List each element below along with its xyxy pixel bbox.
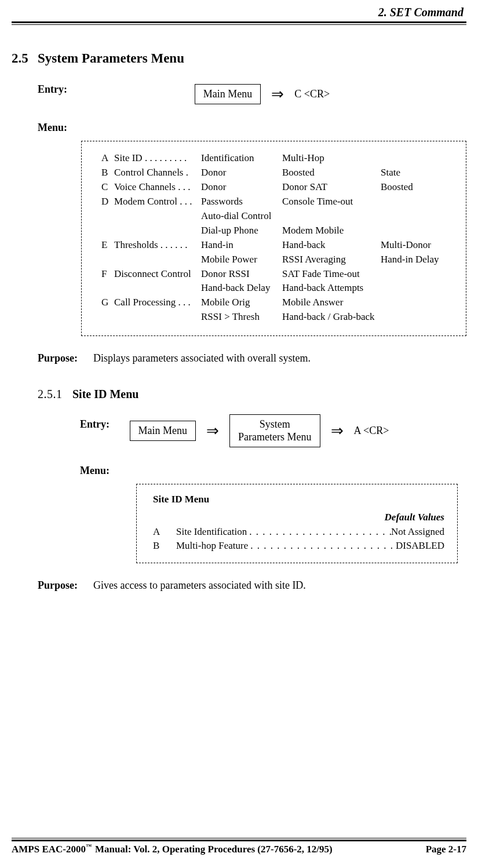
menu-cell: Console Time-out — [282, 195, 381, 209]
menu-cell: A — [101, 152, 114, 165]
menu-cell: Donor SAT — [282, 181, 381, 194]
menu-cell — [101, 311, 114, 324]
purpose-label: Purpose: — [38, 352, 93, 364]
menu-cell: F — [101, 268, 114, 281]
entry-command: A <CR> — [354, 425, 389, 437]
menu-cell — [114, 282, 201, 295]
site-id-menu-title: Site ID Menu — [153, 493, 444, 507]
arrow-icon: ⇒ — [206, 422, 219, 440]
purpose-row: Purpose: Displays parameters associated … — [12, 352, 466, 364]
site-id-menu-row: ASite Identification . . . . . . . . . .… — [153, 525, 444, 539]
menu-item-value: DISABLED — [396, 539, 444, 553]
menu-box: ASite ID . . . . . . . . .Identification… — [81, 141, 466, 336]
menu-cell: Mobile Orig — [201, 296, 282, 309]
menu-label: Menu: — [38, 122, 466, 134]
menu-cell: Donor — [201, 166, 282, 180]
entry-box2-line2: Parameters Menu — [238, 431, 311, 443]
page-footer: AMPS EAC-2000™ Manual: Vol. 2, Operating… — [12, 838, 466, 855]
site-id-menu-row: BMulti-hop Feature . . . . . . . . . . .… — [153, 539, 444, 553]
menu-cell — [101, 224, 114, 238]
menu-cell: Call Processing . . . — [114, 296, 201, 309]
menu-cell: Hand-in Delay — [381, 253, 450, 267]
menu-cell: Boosted — [282, 166, 381, 180]
menu-cell: G — [101, 296, 114, 309]
menu-cell — [114, 253, 201, 267]
trademark-symbol: ™ — [86, 843, 92, 849]
menu-cell: Hand-back Attempts — [282, 282, 381, 295]
section-2-5: 2.5 System Parameters Menu Entry: Main M… — [12, 51, 466, 364]
menu-item-value: Not Assigned — [391, 525, 444, 539]
menu-cell — [381, 224, 450, 238]
menu-cell: Control Channels . — [114, 166, 201, 180]
menu-cell: Modem Mobile — [282, 224, 381, 238]
menu-item-name: Multi-hop Feature — [176, 539, 248, 553]
footer-manual: Manual: Vol. 2, Operating Procedures (27… — [92, 844, 426, 855]
menu-cell: Disconnect Control — [114, 268, 201, 281]
menu-key: A — [153, 525, 176, 539]
menu-cell: Donor RSSI — [201, 268, 282, 281]
purpose-label: Purpose: — [38, 579, 93, 592]
entry-box2-line1: System — [260, 418, 290, 430]
menu-cell: E — [101, 239, 114, 252]
menu-cell: Hand-back — [282, 239, 381, 252]
menu-cell — [101, 210, 114, 223]
menu-cell — [381, 195, 450, 209]
menu-cell — [101, 282, 114, 295]
menu-item-name: Site Identification — [176, 525, 247, 539]
menu-cell — [381, 282, 450, 295]
menu-cell — [381, 210, 450, 223]
entry-box-system-parameters: System Parameters Menu — [229, 414, 320, 447]
menu-cell: RSSI Averaging — [282, 253, 381, 267]
page-header: 2. SET Command — [12, 0, 466, 19]
entry-box-main-menu: Main Menu — [195, 84, 261, 104]
header-rule — [12, 21, 466, 25]
entry-flow: Main Menu ⇒ C <CR> — [58, 84, 466, 104]
section-title: System Parameters Menu — [38, 51, 184, 66]
menu-cell: Dial-up Phone — [201, 224, 282, 238]
menu-cell: Mobile Power — [201, 253, 282, 267]
menu-cell: Hand-back Delay — [201, 282, 282, 295]
footer-product: AMPS EAC-2000™ — [12, 844, 92, 855]
menu-cell: RSSI > Thresh — [201, 311, 282, 324]
menu-cell — [114, 224, 201, 238]
purpose-text: Displays parameters associated with over… — [93, 352, 466, 364]
dot-leader: . . . . . . . . . . . . . . . . . . . . … — [247, 525, 391, 539]
menu-cell: Modem Control . . . — [114, 195, 201, 209]
menu-cell: Donor — [201, 181, 282, 194]
menu-cell — [114, 311, 201, 324]
menu-cell: Identification — [201, 152, 282, 165]
footer-rule — [12, 838, 466, 841]
menu-cell — [101, 253, 114, 267]
menu-cell: Boosted — [381, 181, 450, 194]
default-values-heading: Default Values — [153, 510, 444, 525]
menu-cell: Passwords — [201, 195, 282, 209]
menu-cell — [114, 210, 201, 223]
menu-cell: Hand-in — [201, 239, 282, 252]
menu-key: B — [153, 539, 176, 553]
entry-box-main-menu: Main Menu — [130, 421, 196, 441]
menu-cell: Multi-Donor — [381, 239, 450, 252]
menu-cell: Hand-back / Grab-back — [282, 311, 381, 324]
footer-page: Page 2-17 — [426, 844, 466, 855]
menu-cell: D — [101, 195, 114, 209]
purpose-text: Gives access to parameters associated wi… — [93, 579, 466, 592]
site-id-menu-box: Site ID Menu Default Values ASite Identi… — [136, 484, 458, 563]
arrow-icon: ⇒ — [271, 85, 284, 103]
menu-cell: Mobile Answer — [282, 296, 381, 309]
menu-cell — [381, 311, 450, 324]
menu-cell: Voice Channels . . . — [114, 181, 201, 194]
arrow-icon: ⇒ — [331, 422, 344, 440]
menu-label: Menu: — [80, 465, 466, 477]
entry-command: C <CR> — [294, 88, 330, 100]
menu-cell — [282, 210, 381, 223]
menu-cell: Multi-Hop — [282, 152, 381, 165]
menu-cell — [381, 152, 450, 165]
menu-cell: B — [101, 166, 114, 180]
menu-cell: Site ID . . . . . . . . . — [114, 152, 201, 165]
dot-leader: . . . . . . . . . . . . . . . . . . . . … — [248, 539, 396, 553]
menu-cell: Thresholds . . . . . . — [114, 239, 201, 252]
menu-cell: C — [101, 181, 114, 194]
subsection-title: Site ID Menu — [72, 388, 138, 401]
menu-cell — [381, 296, 450, 309]
menu-cell: State — [381, 166, 450, 180]
